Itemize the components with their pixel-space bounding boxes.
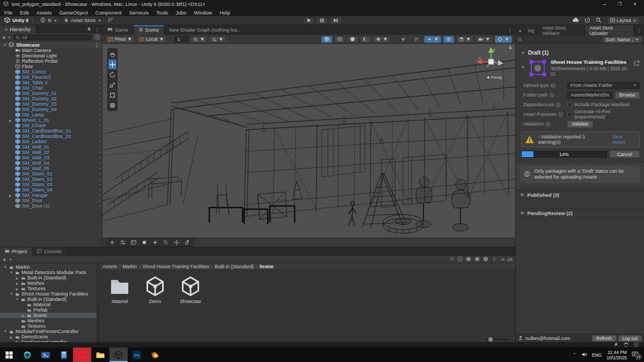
hierarchy-item[interactable]: ▶SM_Hangar› [0,193,102,198]
hierarchy-item[interactable]: SM_Wall_05› [0,166,102,171]
scene-menu-icon[interactable]: ⋮ [92,42,102,48]
shading-shaded-button[interactable] [334,36,345,43]
hidden-count[interactable]: 29 [500,257,513,262]
project-tree-item[interactable]: ▼ModularFirstPersonController [0,329,97,334]
hierarchy-item[interactable]: SM_Wall_04› [0,160,102,166]
pending-review-section-header[interactable]: ▶PendingReview (2) [516,209,644,217]
hierarchy-item[interactable]: SM_Wall_02› [0,150,102,155]
rect-tool[interactable] [108,90,116,100]
camera-visibility-button[interactable] [443,36,454,43]
transform-tool[interactable] [108,100,116,110]
menu-component[interactable]: Component [96,10,122,16]
scene-camera-dropdown[interactable]: ▼ [475,36,493,43]
zoom-icon[interactable] [161,239,171,246]
cancel-button[interactable]: Cancel [610,151,640,158]
menu-edit[interactable]: Edit [20,10,28,16]
project-tree-item[interactable]: Material [0,302,97,307]
taskbar-app-explorer[interactable] [91,348,109,362]
hierarchy-item[interactable]: SM_CardboardBox_02› [0,134,102,139]
cloud-icon[interactable] [572,17,579,24]
view-sliders-icon[interactable] [118,239,128,246]
prefab-open-chevron[interactable]: › [99,166,100,171]
breadcrumb-segment[interactable]: Shoot House Training Facilities [143,264,209,269]
tab-console[interactable]: Console [32,247,67,256]
panel-menu-icon[interactable]: ⋮ [94,27,99,32]
prefab-open-chevron[interactable]: › [99,193,100,198]
tab-game[interactable]: Game [103,25,134,35]
grid-snapping-button[interactable]: ▼ [209,36,226,43]
project-tree-item[interactable]: Prefab [0,307,97,313]
prefab-open-chevron[interactable]: › [99,86,100,91]
menu-jobs[interactable]: Jobs [175,10,186,16]
menu-services[interactable]: Services [129,10,149,16]
version-control-button[interactable] [108,17,113,24]
audio-mute-icon[interactable] [398,36,409,43]
prefab-open-chevron[interactable]: › [99,182,100,187]
help-icon[interactable]: ? [550,93,554,98]
hand-tool[interactable] [108,49,116,59]
help-icon[interactable]: ? [551,83,555,88]
prefab-open-chevron[interactable]: › [99,129,100,134]
prefab-open-chevron[interactable]: › [99,150,100,155]
panel-lock-icon[interactable] [87,26,91,32]
taskbar-app-start[interactable] [0,348,18,362]
project-search-icon[interactable] [450,256,455,262]
prefab-open-chevron[interactable]: › [99,118,100,123]
tab-shader-graph[interactable]: New Shader Graph (nothing loa... [164,25,246,35]
prefab-open-chevron[interactable]: › [99,134,100,139]
breadcrumb-segment[interactable]: Markin [122,264,137,269]
hierarchy-item[interactable]: SM_Dummy_03› [0,101,102,107]
shading-wireframe-button[interactable] [321,36,332,43]
shading-solid-button[interactable] [347,36,358,43]
volume-icon[interactable] [581,352,587,358]
breadcrumb-segment[interactable]: Scene [259,264,274,269]
scale-tool[interactable] [108,80,116,90]
notifications-muted-icon[interactable] [613,342,618,348]
search-icon[interactable] [596,17,602,24]
orientation-gizmo[interactable]: x y [475,46,507,77]
taskbar-app-browser[interactable] [18,348,36,362]
status-check-icon[interactable] [634,342,639,348]
pause-button[interactable] [316,17,328,24]
asset-item-material[interactable]: Material [106,276,134,304]
project-tree-item[interactable]: ▼Shoot House Training Facilities [0,291,97,297]
open-external-icon[interactable] [634,60,640,67]
prefab-open-chevron[interactable]: › [99,177,100,182]
menu-file[interactable]: File [4,10,12,16]
tab-scroll-left[interactable]: ◄ [516,25,524,36]
published-section-header[interactable]: ▶Published (3) [516,190,644,199]
scene-root-row[interactable]: ▼ Showcase ⋮ [0,42,102,48]
prefab-open-chevron[interactable]: › [99,80,100,85]
taskbar-app-blender[interactable] [146,348,164,362]
account-menu[interactable]: N ▼ [40,17,57,24]
upload-type-select[interactable]: From Assets Folder▼ [567,82,640,89]
logout-button[interactable]: Log out [618,335,642,342]
prefab-open-chevron[interactable]: › [99,70,100,75]
hierarchy-item[interactable]: SM_Closet› [0,123,102,128]
menu-help[interactable]: Help [219,10,230,16]
project-tree-item[interactable]: ▼Metal Detectors Modular Pack [0,270,97,275]
help-icon[interactable]: ? [546,122,551,127]
prefab-open-chevron[interactable]: › [99,123,100,128]
prefab-open-chevron[interactable]: › [99,145,100,150]
project-tree-item[interactable]: ▶Textures [0,286,97,291]
hierarchy-item[interactable]: SM_Table 2› [0,80,102,85]
hierarchy-search-input[interactable]: All [13,34,92,40]
hierarchy-item[interactable]: SM_Stairs_01› [0,171,102,176]
tab-truncated[interactable]: ing [524,25,538,36]
rotate-tool[interactable] [108,70,116,79]
prefab-mode-icon[interactable] [182,239,192,246]
project-add-button[interactable]: + [3,256,6,263]
prefab-open-chevron[interactable]: › [99,113,100,117]
hierarchy-item[interactable]: SM_Stairs_04› [0,187,102,193]
taskbar-app-calculator[interactable] [55,348,73,362]
browse-button[interactable]: Browse [615,92,640,99]
hierarchy-item[interactable]: SM_Dummy_01› [0,91,102,96]
view-options-move-icon[interactable] [107,239,117,246]
project-tree-item[interactable]: Meshes [0,318,97,323]
asset-store-menu[interactable]: Asset Store ▼ [64,17,101,24]
tab-hierarchy[interactable]: ≡ Hierarchy [0,25,36,33]
hierarchy-item[interactable]: Directional Light [0,53,102,58]
hierarchy-item[interactable]: Reflection Probe [0,58,102,64]
menu-tools[interactable]: Tools [156,10,168,16]
